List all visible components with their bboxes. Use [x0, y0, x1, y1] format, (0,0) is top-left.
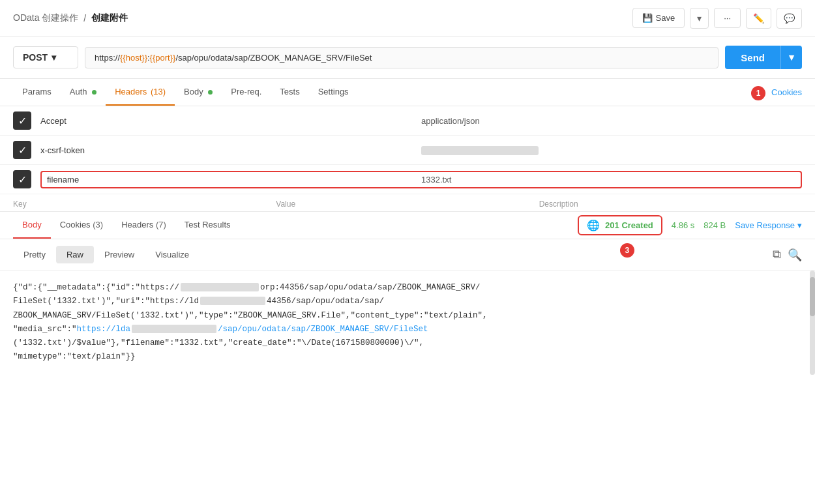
url-host-var: {{host}} [120, 53, 147, 63]
breadcrumb-parent: OData 创建操作 [13, 12, 78, 24]
tab-params[interactable]: Params [13, 79, 61, 106]
media-src-link[interactable]: https://lda [77, 325, 131, 334]
save-response-button[interactable]: Save Response ▾ [735, 220, 802, 230]
resp-tab-body[interactable]: Body [13, 212, 51, 239]
check-icon: ✓ [18, 115, 27, 127]
json-line-2: FileSet('1332.txt')","uri":"https://ld44… [13, 295, 802, 308]
body-view-actions: ⧉ 🔍 [773, 248, 802, 262]
check-icon: ✓ [18, 173, 27, 186]
tab-settings[interactable]: Settings [309, 79, 358, 106]
breadcrumb: OData 创建操作 / 创建附件 [13, 12, 128, 24]
json-line-4: "media_src":"https://lda/sap/opu/odata/s… [13, 323, 802, 336]
save-icon: 💾 [642, 13, 653, 23]
response-time: 4.86 s [672, 220, 694, 230]
json-line-5: ('1332.txt')/$value"},"filename":"1332.t… [13, 336, 802, 350]
resp-tab-headers[interactable]: Headers (7) [112, 212, 175, 239]
request-tabs-row: Params Auth Headers (13) Body Pre-req. T… [0, 79, 815, 106]
media-src-link2[interactable]: /sap/opu/odata/sap/ZBOOK_MANAGE_SRV/File… [218, 325, 428, 334]
tab-body[interactable]: Body [175, 79, 222, 106]
filename-checkbox[interactable]: ✓ [13, 170, 31, 188]
tab-prereq[interactable]: Pre-req. [222, 79, 271, 106]
accept-checkbox[interactable]: ✓ [13, 111, 31, 130]
view-tab-raw[interactable]: Raw [56, 246, 94, 263]
json-line-3: ZBOOK_MANAGE_SRV/FileSet('1332.txt')","t… [13, 309, 802, 323]
status-text: 201 Created [605, 220, 653, 230]
resp-cookies-badge: (3) [93, 220, 103, 230]
copy-button[interactable]: ⧉ [773, 248, 781, 262]
top-bar: OData 创建操作 / 创建附件 💾 Save ▾ ··· ✏️ 💬 [0, 0, 815, 37]
csrf-value[interactable] [421, 145, 802, 155]
tab-tests[interactable]: Tests [271, 79, 308, 106]
top-actions: 💾 Save ▾ ··· ✏️ 💬 [632, 8, 802, 29]
save-resp-chevron-icon: ▾ [797, 220, 802, 230]
json-content: {"d":{"__metadata":{"id":"https://orp:44… [0, 271, 815, 375]
step1-badge: 1 [751, 86, 765, 100]
status-area: 🌐 201 Created 3 4.86 s 824 B Save Respon… [578, 215, 802, 235]
url-port-var: {{port}} [150, 53, 176, 63]
view-tab-preview[interactable]: Preview [94, 246, 145, 263]
method-chevron-icon: ▾ [52, 52, 56, 63]
key-col-label: Key [13, 200, 276, 209]
check-icon: ✓ [18, 144, 27, 156]
resp-tab-test-results[interactable]: Test Results [175, 212, 240, 239]
method-label: POST [23, 52, 48, 63]
url-suffix: /sap/opu/odata/sap/ZBOOK_MANAGE_SRV/File… [175, 53, 372, 63]
breadcrumb-current: 创建附件 [91, 12, 128, 24]
cookies-link[interactable]: Cookies [771, 87, 802, 97]
headers-count-badge: (13) [151, 87, 166, 96]
save-button[interactable]: 💾 Save [632, 8, 685, 28]
filename-value[interactable]: 1332.txt [421, 175, 795, 185]
tab-auth[interactable]: Auth [61, 79, 106, 106]
response-size: 824 B [704, 220, 726, 230]
tab-headers[interactable]: Headers (13) [106, 79, 175, 106]
header-row-accept: ✓ Accept application/json [0, 106, 815, 136]
more-button[interactable]: ··· [714, 8, 741, 28]
url-prefix: https:// [95, 53, 120, 63]
send-label: Send [725, 46, 780, 69]
view-tab-pretty[interactable]: Pretty [13, 246, 56, 263]
filename-key[interactable]: filename [47, 175, 421, 185]
scrollbar[interactable] [810, 271, 815, 375]
body-view-row: Pretty Raw Preview Visualize ⧉ 🔍 [0, 239, 815, 271]
response-area: Body Cookies (3) Headers (7) Test Result… [0, 211, 815, 375]
chevron-down-button[interactable]: ▾ [690, 8, 709, 29]
csrf-checkbox[interactable]: ✓ [13, 141, 31, 159]
headers-table: ✓ Accept application/json ✓ x-csrf-token… [0, 106, 815, 211]
step3-badge: 3 [620, 243, 634, 258]
resp-headers-badge: (7) [156, 220, 166, 230]
url-input[interactable]: https://{{host}}:{{port}}/sap/opu/odata/… [85, 47, 719, 68]
resp-tab-cookies[interactable]: Cookies (3) [51, 212, 112, 239]
url-section: POST ▾ https://{{host}}:{{port}}/sap/opu… [0, 37, 815, 79]
csrf-key[interactable]: x-csrf-token [40, 145, 421, 155]
header-row-csrf: ✓ x-csrf-token [0, 136, 815, 165]
body-dot [208, 90, 213, 95]
header-row-filename: ✓ filename 1332.txt 2 [0, 165, 815, 194]
val-col-label: Value [276, 200, 539, 209]
json-line-1: {"d":{"__metadata":{"id":"https://orp:44… [13, 281, 802, 295]
desc-col-label: Description [539, 200, 802, 209]
scrollbar-thumb[interactable] [810, 277, 815, 316]
send-chevron-icon[interactable]: ▾ [780, 46, 802, 69]
globe-icon: 🌐 [587, 219, 600, 231]
url-bar: POST ▾ https://{{host}}:{{port}}/sap/opu… [0, 37, 815, 79]
response-tabs-row: Body Cookies (3) Headers (7) Test Result… [0, 212, 815, 239]
accept-value[interactable]: application/json [421, 116, 802, 126]
method-select[interactable]: POST ▾ [13, 46, 78, 68]
json-line-6: "mimetype":"text/plain"}} [13, 350, 802, 364]
status-badge: 🌐 201 Created [578, 215, 662, 235]
send-button[interactable]: Send ▾ [725, 46, 802, 69]
auth-dot [92, 90, 96, 95]
view-tab-visualize[interactable]: Visualize [145, 246, 200, 263]
edit-button[interactable]: ✏️ [746, 8, 771, 29]
breadcrumb-separator: / [83, 13, 86, 23]
accept-key[interactable]: Accept [40, 116, 421, 126]
search-icon-button[interactable]: 🔍 [788, 248, 802, 262]
comment-button[interactable]: 💬 [777, 8, 802, 29]
headers-footer-row: Key Value Description [0, 194, 815, 211]
